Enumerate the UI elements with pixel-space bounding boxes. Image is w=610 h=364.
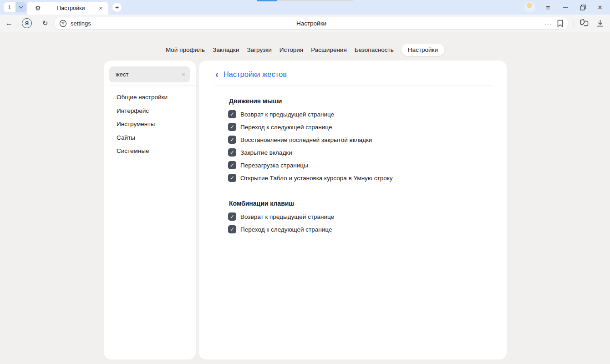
nav-tab-settings[interactable]: Настройки (402, 44, 444, 56)
settings-search-input[interactable] (109, 66, 190, 82)
toolbar-divider (574, 20, 574, 26)
site-icon (59, 20, 67, 27)
mouse-gestures-section: Движения мыши ✓ Возврат к предыдущей стр… (214, 97, 492, 184)
downloads-button[interactable] (595, 18, 605, 29)
window-restore-button[interactable] (577, 1, 589, 13)
keycombo-row-forward[interactable]: ✓ Переход к следующей странице (228, 223, 492, 236)
check-icon: ✓ (230, 227, 234, 232)
tab-close-icon[interactable]: × (97, 4, 105, 12)
bookmark-icon[interactable] (557, 20, 564, 27)
check-icon: ✓ (230, 124, 234, 130)
browser-tab-settings[interactable]: ⚙ Настройки × (27, 2, 108, 15)
sidebar-item-system[interactable]: Системные (104, 144, 196, 158)
checkbox-checked[interactable]: ✓ (228, 110, 236, 118)
window-minimize-button[interactable] (559, 1, 571, 13)
tab-bar: 1 ⚙ Настройки × + ≡ ✕ (0, 0, 610, 15)
nav-tab-bookmarks[interactable]: Закладки (213, 44, 239, 56)
nav-tab-history[interactable]: История (280, 44, 303, 56)
profile-avatar[interactable] (524, 2, 535, 13)
tab-title: Настройки (46, 5, 97, 11)
checkbox-checked[interactable]: ✓ (228, 212, 236, 221)
checkbox-checked[interactable]: ✓ (228, 123, 236, 131)
back-button[interactable]: ← (4, 18, 15, 29)
gesture-row-back[interactable]: ✓ Возврат к предыдущей странице (228, 108, 492, 121)
address-bar[interactable]: settings Настройки ··· (55, 17, 568, 30)
sidebar-item-general[interactable]: Общие настройки (104, 91, 196, 104)
gesture-row-forward[interactable]: ✓ Переход к следующей странице (228, 121, 492, 133)
sidebar-item-interface[interactable]: Интерфейс (104, 104, 196, 118)
checkbox-checked[interactable]: ✓ (228, 148, 236, 157)
gesture-row-tableau[interactable]: ✓ Открытие Табло и установка курсора в У… (228, 172, 492, 184)
settings-page: Мой профиль Закладки Загрузки История Ра… (0, 32, 610, 364)
check-icon: ✓ (230, 111, 234, 117)
restore-icon (580, 5, 586, 10)
browser-toolbar: ← Я ↻ settings Настройки ··· (0, 15, 610, 32)
chevron-down-icon (19, 6, 23, 9)
gesture-row-reload[interactable]: ✓ Перезагрузка страницы (228, 159, 492, 172)
gear-icon: ⚙ (35, 5, 41, 11)
check-icon: ✓ (230, 162, 234, 168)
keycombo-row-back[interactable]: ✓ Возврат к предыдущей странице (228, 210, 492, 223)
gesture-settings-header: ‹ Настройки жестов (214, 61, 492, 86)
header-divider (214, 86, 492, 86)
check-icon: ✓ (230, 137, 234, 142)
gesture-settings-title[interactable]: Настройки жестов (224, 70, 287, 79)
back-chevron-icon[interactable]: ‹ (215, 70, 219, 79)
check-icon: ✓ (230, 175, 234, 181)
tab-progress-value (257, 0, 277, 1)
nav-tab-extensions[interactable]: Расширения (311, 44, 347, 56)
more-actions-icon[interactable]: ··· (544, 20, 552, 27)
check-icon: ✓ (230, 214, 234, 219)
tab-progress-track (277, 0, 353, 1)
minimize-icon (563, 7, 568, 8)
tab-group-control[interactable]: 1 (4, 2, 26, 12)
tab-list-dropdown[interactable] (15, 2, 26, 12)
key-combinations-section: Комбинации клавиш ✓ Возврат к предыдущей… (214, 200, 492, 236)
check-icon: ✓ (230, 150, 234, 155)
nav-tab-downloads[interactable]: Загрузки (247, 44, 271, 56)
sidebar-menu: Общие настройки Интерфейс Инструменты Са… (104, 86, 196, 158)
tab-counter[interactable]: 1 (4, 2, 15, 12)
collections-button[interactable] (579, 18, 590, 29)
section-heading-mouse: Движения мыши (229, 97, 492, 105)
sidebar-item-tools[interactable]: Инструменты (104, 117, 196, 131)
yandex-logo-button[interactable]: Я (22, 18, 32, 28)
checkbox-checked[interactable]: ✓ (228, 225, 236, 233)
new-tab-button[interactable]: + (112, 3, 122, 12)
sidebar-item-sites[interactable]: Сайты (104, 131, 196, 145)
window-close-button[interactable]: ✕ (594, 1, 606, 13)
url-text[interactable]: settings (71, 20, 91, 27)
gesture-row-close-tab[interactable]: ✓ Закрытие вкладки (228, 146, 492, 159)
settings-nav: Мой профиль Закладки Загрузки История Ра… (0, 44, 610, 56)
settings-sidebar: × Общие настройки Интерфейс Инструменты … (104, 61, 196, 359)
settings-search-box[interactable]: × (109, 66, 190, 82)
address-page-title: Настройки (55, 20, 568, 27)
browser-menu-button[interactable]: ≡ (542, 1, 554, 13)
nav-tab-security[interactable]: Безопасность (355, 44, 394, 56)
checkbox-checked[interactable]: ✓ (228, 174, 236, 182)
download-icon (597, 20, 604, 27)
section-heading-keys: Комбинации клавиш (229, 200, 492, 207)
gesture-settings-panel: ‹ Настройки жестов Движения мыши ✓ Возвр… (199, 61, 507, 359)
checkbox-checked[interactable]: ✓ (228, 161, 236, 169)
search-clear-icon[interactable]: × (182, 71, 185, 78)
collections-icon (580, 19, 589, 27)
reload-button[interactable]: ↻ (40, 18, 51, 29)
gesture-row-restore-tab[interactable]: ✓ Восстановление последней закрытой вкла… (228, 133, 492, 146)
checkbox-checked[interactable]: ✓ (228, 136, 236, 144)
nav-tab-profile[interactable]: Мой профиль (166, 44, 205, 56)
